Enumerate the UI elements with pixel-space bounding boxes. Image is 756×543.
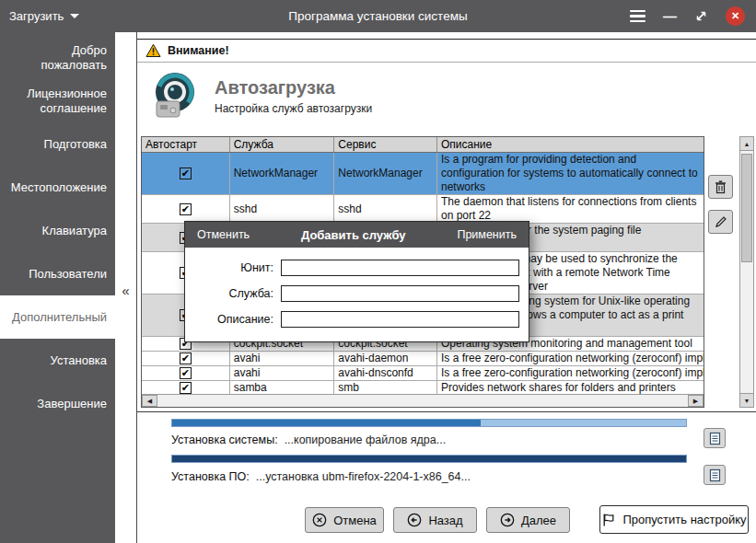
skip-label: Пропустить настройку: [622, 513, 746, 526]
delete-service-button[interactable]: [708, 175, 733, 199]
autostart-cell: ✔: [142, 381, 230, 395]
cancel-button[interactable]: Отмена: [305, 507, 384, 533]
back-label: Назад: [428, 514, 462, 527]
system-log-button[interactable]: [704, 428, 726, 448]
unit-cell: NetworkManager: [334, 153, 437, 194]
scroll-down-button[interactable]: ▼: [740, 393, 753, 407]
system-progress-title: Установка системы:: [171, 433, 278, 446]
autostart-checkbox[interactable]: ✔: [180, 367, 192, 379]
sidebar-collapse-chevron[interactable]: «: [115, 283, 136, 298]
col-autostart[interactable]: Автостарт: [142, 137, 230, 152]
sidebar-item-label: Лицензионное соглашение: [8, 87, 107, 116]
sidebar-item-label: Завершение: [37, 397, 107, 411]
sidebar-item[interactable]: Добро пожаловать: [0, 36, 115, 79]
autostart-cell: ✔: [142, 195, 230, 223]
service-cell: avahi: [230, 366, 335, 380]
scroll-up-button[interactable]: ▲: [740, 137, 753, 151]
sidebar-item[interactable]: Местоположение: [0, 166, 115, 209]
vertical-scrollbar[interactable]: ▲ ▼: [739, 136, 754, 408]
pencil-icon: [715, 215, 727, 228]
dialog-title: Добавить службу: [301, 228, 406, 242]
autostart-checkbox[interactable]: ✔: [180, 168, 192, 179]
software-log-button[interactable]: [704, 465, 726, 485]
col-service[interactable]: Служба: [230, 137, 335, 152]
description-cell: Provides network shares for folders and …: [437, 381, 704, 395]
col-description[interactable]: Описание: [437, 137, 704, 152]
col-unit[interactable]: Сервис: [334, 137, 437, 152]
description-cell: Is a free zero-configuration networking …: [437, 352, 704, 365]
dialog-body: Юнит: Служба: Описание:: [185, 248, 529, 341]
autostart-logo: [150, 71, 202, 121]
skip-setup-button[interactable]: Пропустить настройку: [599, 505, 749, 534]
scroll-right-button[interactable]: ▶: [688, 395, 704, 407]
minimize-button[interactable]: —: [663, 12, 677, 21]
description-cell: The daemon that listens for connections …: [437, 195, 704, 223]
dialog-apply-button[interactable]: Применить: [457, 228, 517, 241]
dialog-field-row: Служба:: [192, 285, 519, 302]
software-progress-title: Установка ПО:: [171, 470, 250, 483]
edit-service-button[interactable]: [708, 210, 733, 234]
service-cell: NetworkManager: [230, 153, 335, 194]
warning-bar: Внимание!: [137, 39, 756, 63]
sidebar-item-label: Подготовка: [44, 137, 107, 152]
sidebar-item[interactable]: Установка: [0, 339, 115, 382]
system-progress-label: Установка системы:...копирование файлов …: [171, 433, 446, 446]
window-controls: — ✕: [630, 0, 745, 32]
sidebar-item[interactable]: Завершение: [0, 382, 115, 425]
flag-icon: [601, 513, 616, 527]
next-button[interactable]: Далее: [486, 507, 570, 533]
load-menu-button[interactable]: Загрузить: [9, 0, 79, 32]
sidebar-item[interactable]: Дополнительный: [0, 295, 115, 339]
dialog-field-row: Описание:: [192, 311, 519, 328]
menu-icon[interactable]: [630, 10, 646, 23]
separator: [137, 411, 756, 412]
autostart-cell: ✔: [142, 153, 230, 194]
add-service-dialog: Отменить Добавить службу Применить Юнит:…: [184, 221, 529, 342]
horizontal-scrollbar[interactable]: ◀ ▶: [142, 394, 704, 407]
dialog-cancel-button[interactable]: Отменить: [197, 228, 250, 241]
resize-icon[interactable]: [694, 9, 708, 23]
dialog-field-input[interactable]: [281, 285, 519, 302]
sidebar-item-label: Дополнительный: [12, 310, 107, 325]
autostart-checkbox[interactable]: ✔: [180, 382, 192, 394]
close-button[interactable]: ✕: [726, 6, 745, 26]
description-cell: Is a program for providing detection and…: [437, 153, 704, 194]
sidebar-item[interactable]: Лицензионное соглашение: [0, 79, 115, 122]
sidebar-item[interactable]: Подготовка: [0, 122, 115, 166]
log-icon: [709, 432, 721, 445]
table-row[interactable]: ✔ NetworkManager NetworkManager Is a pro…: [142, 153, 704, 195]
service-cell: sshd: [230, 195, 335, 223]
dialog-field-input[interactable]: [281, 260, 519, 276]
table-row[interactable]: ✔ sshd sshd The daemon that listens for …: [142, 195, 704, 224]
warning-text: Внимание!: [168, 44, 229, 57]
table-header: Автостарт Служба Сервис Описание: [142, 137, 704, 153]
next-label: Далее: [521, 514, 556, 527]
sidebar-item-label: Установка: [51, 353, 107, 368]
scrollbar-thumb[interactable]: [741, 154, 752, 262]
unit-cell: avahi-daemon: [334, 352, 437, 365]
dialog-field-input[interactable]: [281, 311, 519, 328]
autostart-checkbox[interactable]: ✔: [180, 203, 192, 215]
software-progress-label: Установка ПО:...установка ubm-firefox-22…: [171, 470, 471, 483]
dialog-field-label: Служба:: [192, 287, 273, 300]
dialog-field-label: Юнит:: [192, 261, 273, 274]
unit-cell: sshd: [334, 195, 437, 223]
description-cell: Is a free zero-configuration networking …: [437, 366, 704, 380]
software-progress-bar: [171, 455, 687, 463]
system-progress-status: ...копирование файлов ядра...: [285, 433, 447, 446]
back-button[interactable]: Назад: [393, 507, 477, 533]
cancel-label: Отмена: [333, 514, 377, 527]
page-header: Автозагрузка Настройка служб автозагрузк…: [150, 71, 372, 121]
sidebar-item-label: Клавиатура: [42, 224, 107, 238]
scroll-left-button[interactable]: ◀: [142, 395, 157, 407]
table-row[interactable]: ✔ avahi avahi-dnsconfd Is a free zero-co…: [142, 366, 704, 381]
sidebar-item[interactable]: Клавиатура: [0, 209, 115, 252]
chevron-down-icon: [70, 14, 79, 18]
autostart-checkbox[interactable]: ✔: [180, 352, 192, 364]
software-progress-status: ...установка ubm-firefox-2204-1-x86_64..…: [256, 470, 471, 483]
table-row[interactable]: ✔ avahi avahi-daemon Is a free zero-conf…: [142, 352, 704, 366]
log-icon: [709, 468, 721, 482]
sidebar-item-label: Местоположение: [11, 180, 107, 195]
autostart-cell: ✔: [142, 352, 230, 365]
sidebar-item[interactable]: Пользователи: [0, 252, 115, 295]
